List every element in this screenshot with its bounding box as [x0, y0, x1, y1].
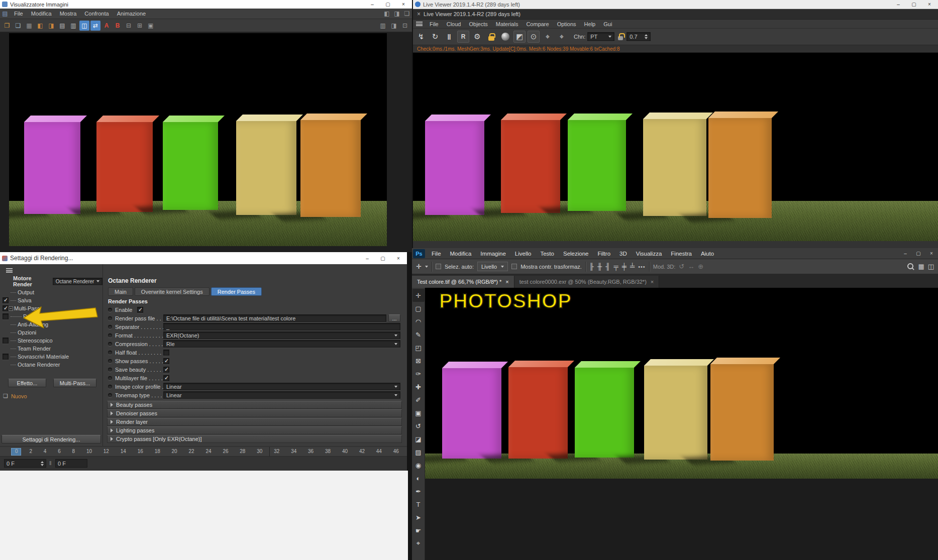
set-image-a-icon[interactable]: A [101, 21, 112, 31]
crop-tool[interactable]: ◰ [412, 341, 425, 354]
enable-checkbox[interactable] [137, 307, 143, 313]
engine-dropdown[interactable]: Octane Renderer [53, 278, 102, 285]
gradient-tool[interactable]: ▨ [412, 445, 425, 459]
compare-b-icon[interactable]: ◨ [46, 21, 56, 31]
group-denoiser-passes[interactable]: Denoiser passes [107, 409, 402, 417]
hand-tool[interactable]: ☛ [412, 524, 425, 537]
menu-filtro[interactable]: Filtro [593, 251, 615, 257]
history-brush-tool[interactable]: ↺ [412, 419, 425, 432]
show-passes-checkbox[interactable] [163, 358, 169, 364]
tonemap-type-dropdown[interactable]: Linear [163, 391, 400, 399]
tree-item-team-render[interactable]: Team Render [0, 345, 100, 353]
menu-livello[interactable]: Livello [510, 251, 536, 257]
tab-render-passes[interactable]: Render Passes [211, 287, 262, 296]
animation-dot-icon[interactable] [108, 316, 112, 320]
menu-aiuto[interactable]: Aiuto [696, 251, 718, 257]
save-image-icon[interactable]: ❏ [13, 21, 23, 31]
dock-right-icon[interactable]: ◨ [392, 9, 402, 19]
move-tool[interactable]: ✛ [412, 289, 425, 302]
tab-close-icon[interactable]: × [505, 279, 508, 285]
tool-preset-caret-icon[interactable] [425, 266, 428, 268]
align-left-icon[interactable]: ╟ [589, 263, 594, 270]
dock-left-icon[interactable]: ◧ [382, 9, 392, 19]
animation-dot-icon[interactable] [108, 376, 112, 380]
compression-dropdown[interactable]: Rle [163, 340, 400, 348]
menu-help[interactable]: Help [580, 21, 600, 27]
eyedropper-tool[interactable]: ✑ [412, 367, 425, 380]
group-lighting-passes[interactable]: Lighting passes [107, 426, 402, 434]
spin-down-icon[interactable] [41, 464, 44, 466]
more-options-icon[interactable]: ••• [638, 264, 646, 270]
animation-dot-icon[interactable] [108, 308, 112, 312]
menu-cloud[interactable]: Cloud [443, 21, 465, 27]
auto-select-dropdown[interactable]: Livello [477, 262, 508, 271]
maximize-button[interactable]: ▢ [912, 251, 925, 256]
lasso-tool[interactable]: ◠ [412, 315, 425, 328]
tab-main[interactable]: Main [108, 287, 133, 296]
maximize-button[interactable]: ▢ [381, 2, 394, 7]
arrange-documents-icon[interactable]: ▦ [918, 263, 924, 270]
float-panel-icon[interactable]: ❏ [402, 9, 412, 19]
live-viewer-viewport[interactable] [413, 53, 938, 241]
animation-dot-icon[interactable] [108, 333, 112, 338]
current-frame-spinner[interactable]: 0 F [4, 459, 46, 468]
navigator-panel-icon[interactable]: ⊡ [400, 21, 410, 31]
workspace-switcher-icon[interactable]: ◫ [928, 263, 934, 270]
effect-button[interactable]: Effetto... [8, 379, 46, 387]
animation-dot-icon[interactable] [108, 351, 112, 355]
animation-dot-icon[interactable] [108, 325, 112, 329]
region-render-icon[interactable]: R [457, 31, 469, 43]
tab-close-icon[interactable]: × [413, 11, 424, 18]
checkbox-empty[interactable] [3, 313, 9, 319]
checkbox-checked[interactable] [3, 305, 9, 311]
menu-modifica[interactable]: Modifica [27, 11, 56, 17]
search-icon[interactable] [907, 263, 914, 270]
show-transform-checkbox[interactable] [511, 264, 517, 269]
tree-item-octane-renderer[interactable]: Octane Renderer [0, 361, 100, 369]
clone-stamp-tool[interactable]: ▣ [412, 406, 425, 419]
align-top-icon[interactable]: ╤ [614, 263, 618, 270]
menu-file[interactable]: File [10, 11, 27, 17]
render-settings-titlebar[interactable]: Settaggi di Rendering... – ▢ × [0, 252, 407, 264]
animation-dot-icon[interactable] [108, 385, 112, 389]
tree-item-stereoscopico[interactable]: Stereoscopico [0, 337, 100, 345]
ram-player-icon[interactable]: ▦ [24, 21, 34, 31]
path-selection-tool[interactable]: ➤ [412, 511, 425, 524]
pick-white-balance-icon[interactable]: ⌖ [556, 31, 568, 43]
split-horizontal-icon[interactable]: ⊟ [124, 21, 134, 31]
settings-menu-icon[interactable] [6, 268, 13, 273]
menu-modifica[interactable]: Modifica [446, 251, 476, 257]
dual-view-icon[interactable]: ◫ [79, 21, 89, 31]
align-center-h-icon[interactable]: ╫ [597, 263, 602, 270]
menu-materials[interactable]: Materials [492, 21, 523, 27]
menu-testo[interactable]: Testo [536, 251, 559, 257]
tab-close-icon[interactable]: × [651, 279, 654, 285]
animation-dot-icon[interactable] [108, 359, 112, 363]
content-browser-icon[interactable]: ▥ [68, 21, 78, 31]
picture-viewer-titlebar[interactable]: Visualizzatore Immagini – ▢ × [0, 0, 412, 9]
maximize-button[interactable]: ▢ [376, 256, 389, 261]
samples-spinner[interactable]: 0.7 [627, 32, 651, 41]
group-beauty-passes[interactable]: Beauty passes [107, 401, 402, 409]
healing-brush-tool[interactable]: ✚ [412, 380, 425, 393]
group-render-layer[interactable]: Render layer [107, 418, 402, 426]
window-menu-icon[interactable]: ▤ [0, 9, 10, 19]
maximize-button[interactable]: ▢ [907, 2, 920, 7]
multipass-button[interactable]: Multi-Pass... [53, 379, 96, 387]
live-viewer-tab[interactable]: Live Viewer 2019.1.4-R2 (289 days left) [424, 11, 520, 17]
frame-tool[interactable]: ⊠ [412, 354, 425, 367]
animation-dot-icon[interactable] [108, 342, 112, 346]
minimize-button[interactable]: – [892, 2, 905, 7]
minimize-button[interactable]: – [899, 251, 912, 256]
type-tool[interactable]: T [412, 498, 425, 511]
menu-grip-icon[interactable] [416, 22, 423, 26]
menu-confronta[interactable]: Confronta [80, 11, 113, 17]
pan-3d-icon[interactable]: ↔ [688, 263, 694, 270]
material-ball-icon[interactable] [499, 31, 511, 43]
timeline-ruler[interactable]: 02 46 810 1214 1618 2022 2426 2830 3234 … [0, 447, 407, 457]
multilayer-file-checkbox[interactable] [163, 375, 169, 381]
pick-material-icon[interactable]: ◩ [513, 31, 526, 43]
align-bottom-icon[interactable]: ╧ [630, 263, 635, 270]
close-button[interactable]: × [397, 2, 410, 7]
half-float-checkbox[interactable] [163, 350, 169, 356]
